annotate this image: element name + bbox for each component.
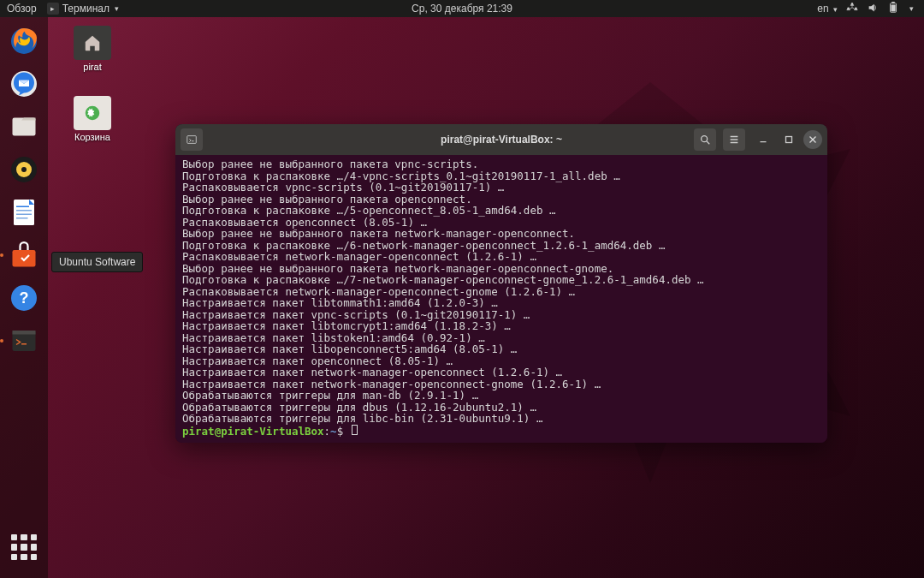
dock-firefox[interactable]: [5, 22, 43, 60]
svg-rect-13: [16, 206, 29, 208]
dock-rhythmbox[interactable]: [5, 151, 43, 188]
chevron-down-icon: ▾: [909, 4, 914, 13]
chevron-down-icon: ▾: [833, 5, 838, 14]
dock-ubuntu-software[interactable]: [5, 236, 43, 274]
battery-icon[interactable]: [887, 2, 899, 16]
svg-rect-14: [16, 210, 32, 212]
dock-show-applications[interactable]: [5, 528, 43, 566]
dock-help[interactable]: ?: [5, 279, 43, 317]
svg-point-24: [702, 136, 708, 142]
svg-point-2: [855, 7, 857, 9]
network-icon[interactable]: [846, 2, 858, 16]
svg-rect-23: [187, 136, 197, 144]
trash-icon: [74, 96, 111, 130]
svg-point-11: [21, 167, 27, 172]
terminal-window: pirat@pirat-VirtualBox: ~ Выбор ранее не…: [175, 124, 827, 443]
dock-libreoffice-writer[interactable]: [5, 194, 43, 231]
dock-thunderbird[interactable]: [5, 65, 43, 103]
svg-rect-5: [891, 4, 895, 11]
svg-rect-17: [13, 250, 36, 267]
terminal-cursor: [352, 425, 358, 435]
desktop-trash-label: Корзина: [63, 132, 121, 142]
window-close-button[interactable]: [803, 130, 822, 149]
svg-rect-16: [16, 217, 28, 219]
dock-terminal[interactable]: [5, 322, 43, 360]
keyboard-lang-indicator[interactable]: en ▾: [817, 3, 838, 15]
apps-grid-icon: [11, 534, 37, 560]
dock-files[interactable]: [5, 108, 43, 146]
terminal-menu-button[interactable]: [723, 128, 745, 151]
chevron-down-icon: ▾: [115, 4, 119, 13]
svg-text:?: ?: [20, 289, 29, 307]
dock: ?: [0, 17, 48, 578]
terminal-titlebar[interactable]: pirat@pirat-VirtualBox: ~: [175, 124, 827, 155]
terminal-new-tab-button[interactable]: [181, 128, 203, 151]
desktop-home-label: pirat: [63, 62, 121, 72]
top-panel: Обзор ▸ Терминал ▾ Ср, 30 декабря 21:39 …: [0, 0, 924, 17]
svg-rect-4: [891, 2, 895, 3]
desktop-home-folder[interactable]: pirat: [63, 26, 121, 72]
terminal-icon: ▸: [47, 3, 59, 15]
activities-button[interactable]: Обзор: [7, 3, 37, 15]
clock[interactable]: Ср, 30 декабря 21:39: [412, 3, 512, 15]
prompt-path: ~: [330, 425, 337, 438]
svg-rect-15: [16, 214, 32, 216]
svg-point-1: [847, 7, 850, 9]
terminal-title: pirat@pirat-VirtualBox: ~: [441, 134, 562, 146]
prompt-user: pirat@pirat-VirtualBox: [182, 425, 324, 438]
home-folder-icon: [74, 26, 111, 60]
terminal-search-button[interactable]: [694, 128, 716, 151]
svg-rect-25: [786, 137, 792, 143]
dock-tooltip: Ubuntu Software: [51, 252, 143, 272]
desktop-trash[interactable]: Корзина: [63, 96, 121, 142]
focused-app-menu[interactable]: ▸ Терминал ▾: [47, 3, 119, 15]
svg-rect-8: [13, 118, 36, 136]
window-minimize-button[interactable]: [752, 128, 774, 151]
volume-icon[interactable]: [867, 2, 879, 16]
svg-rect-22: [21, 343, 27, 345]
terminal-output[interactable]: Выбор ранее не выбранного пакета vpnc-sc…: [175, 155, 827, 443]
focused-app-name: Терминал: [62, 3, 110, 15]
svg-point-0: [851, 3, 854, 5]
svg-rect-21: [13, 331, 36, 335]
window-maximize-button[interactable]: [778, 128, 800, 151]
